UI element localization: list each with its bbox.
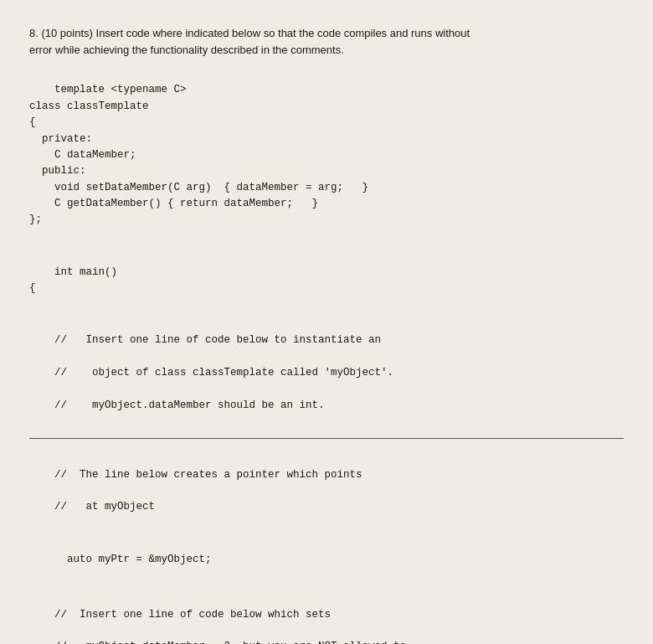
auto-line-code: auto myPtr = &myObject;: [29, 535, 624, 584]
answer-line-1: [29, 438, 624, 439]
question-instruction-line2: error while achieving the functionality …: [29, 44, 344, 56]
comment-block2-line1: // The line below creates a pointer whic…: [54, 469, 362, 481]
auto-line-text: auto myPtr = &myObject;: [54, 554, 212, 565]
comment-block1-line2: // object of class classTemplate called …: [54, 367, 393, 379]
comment-block1: // Insert one line of code below to inst…: [29, 317, 624, 430]
template-class-code: template <typename C> class classTemplat…: [29, 66, 624, 245]
comment-block2: // The line below creates a pointer whic…: [29, 451, 624, 532]
main-start-code: int main() {: [29, 248, 624, 313]
comment-block3: // Insert one line of code below which s…: [29, 590, 624, 644]
comment-block3-line2: // myObject.dataMember = 3, but you are …: [54, 641, 406, 644]
question-number: 8.: [29, 27, 39, 39]
question-instruction-line1: Insert code where indicated below so tha…: [96, 27, 470, 39]
question-header: 8. (10 points) Insert code where indicat…: [29, 25, 624, 58]
comment-block1-line3: // myObject.dataMember should be an int.: [54, 399, 325, 411]
question-points: (10 points): [41, 27, 92, 39]
main-start-text: int main() {: [29, 266, 117, 294]
comment-block1-line1: // Insert one line of code below to inst…: [54, 334, 381, 346]
comment-block2-line2: // at myObject: [54, 501, 155, 513]
page: 8. (10 points) Insert code where indicat…: [0, 0, 653, 644]
template-class-text: template <typename C> class classTemplat…: [29, 84, 368, 225]
comment-block3-line1: // Insert one line of code below which s…: [54, 609, 331, 621]
